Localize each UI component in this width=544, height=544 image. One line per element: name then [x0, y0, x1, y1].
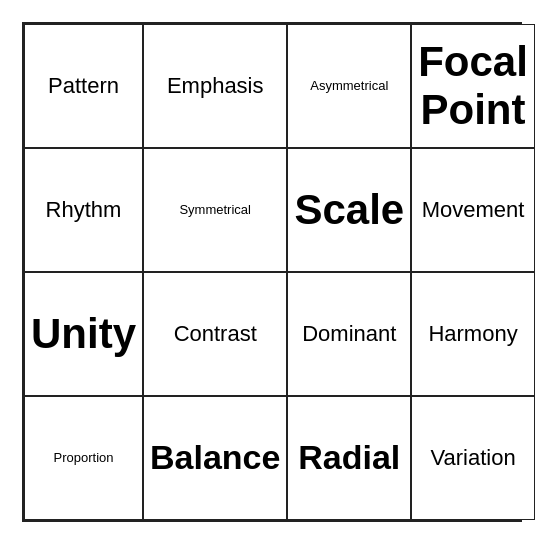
bingo-grid: PatternEmphasisAsymmetricalFocal PointRh… — [22, 22, 522, 522]
cell-r3c0: Proportion — [24, 396, 143, 520]
cell-r3c2: Radial — [287, 396, 411, 520]
cell-r2c1: Contrast — [143, 272, 287, 396]
cell-r3c3: Variation — [411, 396, 535, 520]
cell-text-r1c3: Movement — [422, 197, 525, 222]
cell-r0c0: Pattern — [24, 24, 143, 148]
cell-text-r2c1: Contrast — [174, 321, 257, 346]
cell-text-r1c0: Rhythm — [46, 197, 122, 222]
cell-text-r3c2: Radial — [298, 438, 400, 477]
cell-text-r3c3: Variation — [430, 445, 515, 470]
cell-text-r1c2: Scale — [294, 186, 404, 234]
cell-text-r2c0: Unity — [31, 310, 136, 358]
cell-text-r0c3: Focal Point — [418, 38, 528, 135]
cell-text-r0c1: Emphasis — [167, 73, 264, 98]
cell-r0c1: Emphasis — [143, 24, 287, 148]
cell-r0c3: Focal Point — [411, 24, 535, 148]
cell-r1c0: Rhythm — [24, 148, 143, 272]
cell-text-r3c0: Proportion — [54, 451, 114, 466]
cell-r3c1: Balance — [143, 396, 287, 520]
cell-text-r2c3: Harmony — [428, 321, 517, 346]
cell-r2c0: Unity — [24, 272, 143, 396]
cell-r1c1: Symmetrical — [143, 148, 287, 272]
cell-text-r0c2: Asymmetrical — [310, 79, 388, 94]
cell-r2c2: Dominant — [287, 272, 411, 396]
cell-text-r2c2: Dominant — [302, 321, 396, 346]
cell-r0c2: Asymmetrical — [287, 24, 411, 148]
cell-text-r1c1: Symmetrical — [179, 203, 251, 218]
cell-r1c2: Scale — [287, 148, 411, 272]
cell-text-r3c1: Balance — [150, 438, 280, 477]
cell-r2c3: Harmony — [411, 272, 535, 396]
cell-r1c3: Movement — [411, 148, 535, 272]
cell-text-r0c0: Pattern — [48, 73, 119, 98]
